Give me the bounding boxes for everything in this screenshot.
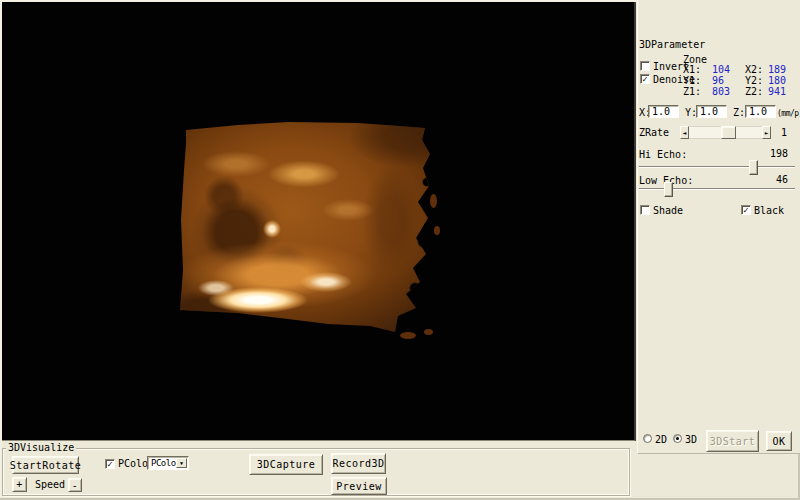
zone-y2-label: Y2: <box>745 75 763 86</box>
chevron-down-icon[interactable]: ▼ <box>176 458 187 468</box>
scroll-right-button[interactable]: ► <box>762 126 771 139</box>
denoise-checkbox[interactable]: ✓ <box>640 74 650 84</box>
arrow-left-icon: ◄ <box>683 129 687 136</box>
ultrasound-fragment <box>434 226 440 235</box>
visualize-title: 3DVisualize <box>6 442 76 453</box>
zone-x1-value: 104 <box>712 64 730 75</box>
mode-3d-label: 3D <box>685 434 697 445</box>
zone-z1-label: Z1: <box>683 86 701 97</box>
mode-2d-radio[interactable] <box>643 434 652 443</box>
zone-x2-label: X2: <box>745 64 763 75</box>
start-rotate-button[interactable]: StartRotate <box>12 456 79 474</box>
hi-echo-value: 198 <box>756 148 788 159</box>
ultrasound-fragment <box>400 332 416 339</box>
render-viewport[interactable] <box>2 2 636 441</box>
check-icon: ✓ <box>641 75 649 83</box>
zone-z1-value: 803 <box>712 86 730 97</box>
low-echo-slider-thumb[interactable] <box>664 182 673 197</box>
speed-plus-button[interactable]: + <box>12 477 27 492</box>
zone-y1-value: 96 <box>712 75 724 86</box>
speed-minus-button[interactable]: - <box>68 478 82 492</box>
zone-x1-label: X1: <box>683 64 701 75</box>
parameter-panel: 3DParameter ✓ Invert ✓ Denoise Zone X1: … <box>637 0 800 454</box>
mode-3d-radio[interactable] <box>673 434 682 443</box>
pcolor-checkbox[interactable]: ✓ <box>105 459 115 469</box>
preview-button[interactable]: Preview <box>331 477 387 495</box>
scale-z-label: Z: <box>733 107 745 118</box>
check-icon: ✓ <box>742 206 750 214</box>
zrate-label: ZRate <box>639 127 669 138</box>
application-window: 3DParameter ✓ Invert ✓ Denoise Zone X1: … <box>0 0 800 500</box>
scale-z-input[interactable]: 1.0 <box>745 105 776 118</box>
scale-x-input[interactable]: 1.0 <box>648 105 679 118</box>
low-echo-value: 46 <box>756 174 788 185</box>
hi-echo-label: Hi Echo: <box>639 149 687 160</box>
mode-2d-label: 2D <box>655 434 667 445</box>
black-checkbox[interactable]: ✓ <box>741 205 751 215</box>
ultrasound-fragment <box>424 329 433 335</box>
capture-3d-button[interactable]: 3DCapture <box>249 454 323 475</box>
radio-dot-icon <box>676 437 679 440</box>
zone-z2-label: Z2: <box>745 86 763 97</box>
hi-echo-slider-thumb[interactable] <box>749 160 758 175</box>
shade-label: Shade <box>653 205 683 216</box>
zone-x2-value: 189 <box>768 64 786 75</box>
zone-y2-value: 180 <box>768 75 786 86</box>
arrow-right-icon: ► <box>765 129 769 136</box>
check-icon: ✓ <box>106 460 114 468</box>
low-echo-slider-track[interactable] <box>639 188 795 190</box>
zrate-value: 1 <box>781 127 787 138</box>
record-3d-button[interactable]: Record3D <box>331 453 386 474</box>
panel-title: 3DParameter <box>639 39 705 50</box>
scale-unit-label: (mm/p) <box>777 108 800 119</box>
zone-z2-value: 941 <box>768 86 786 97</box>
start-3d-button[interactable]: 3DStart <box>706 430 759 452</box>
black-label: Black <box>754 205 784 216</box>
zone-y1-label: Y1: <box>683 75 701 86</box>
scroll-left-button[interactable]: ◄ <box>680 126 689 139</box>
scale-y-input[interactable]: 1.0 <box>696 105 727 118</box>
invert-checkbox[interactable]: ✓ <box>640 61 650 71</box>
shade-checkbox[interactable]: ✓ <box>640 205 650 215</box>
ok-button[interactable]: OK <box>766 431 792 451</box>
zrate-scroll-thumb[interactable] <box>721 126 736 139</box>
pcolor-combobox[interactable]: PColor ▼ <box>147 456 189 470</box>
speed-label: Speed <box>33 479 67 490</box>
hi-echo-slider-track[interactable] <box>639 166 795 168</box>
zrate-scrollbar[interactable]: ◄ ► <box>680 126 771 139</box>
ultrasound-volume-render <box>178 120 436 335</box>
ultrasound-fragment <box>430 194 437 208</box>
